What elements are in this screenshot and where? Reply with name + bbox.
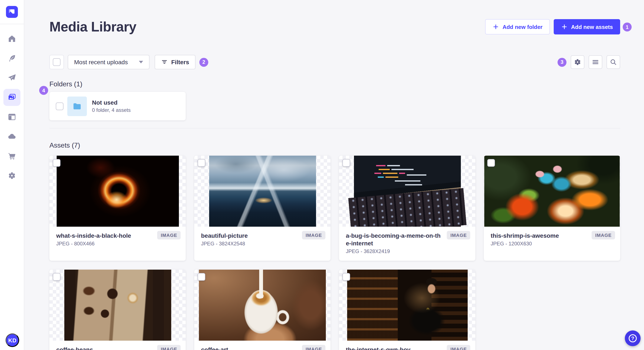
sidebar-item-marketplace[interactable] [4, 148, 20, 165]
page-header: Media Library Add new folder Add new ass… [50, 19, 620, 35]
cloud-icon [8, 132, 16, 141]
assets-section: Assets (7) what-s-inside-a-black-hole JP… [50, 141, 620, 350]
main-content: Media Library Add new folder Add new ass… [24, 0, 644, 350]
asset-image-laptop-code [354, 156, 461, 227]
section-divider [50, 128, 620, 128]
sort-select-value: Most recent uploads [74, 59, 128, 65]
view-settings-button[interactable] [571, 55, 584, 69]
asset-image-coffee-beans [64, 270, 171, 341]
page-title: Media Library [50, 19, 136, 35]
sidebar-item-content-type-builder[interactable] [4, 108, 20, 126]
toolbar: Most recent uploads Filters 2 3 [50, 55, 620, 69]
asset-card-coffee-art[interactable]: coffee-art JPEG - 5824X3259 IMAGE [194, 270, 330, 350]
add-new-folder-button[interactable]: Add new folder [485, 19, 550, 34]
asset-meta: JPEG - 800X466 [56, 240, 180, 247]
asset-title: coffee-art [201, 346, 297, 350]
settings-icon [574, 58, 582, 66]
toolbar-right: 3 [558, 55, 620, 69]
asset-type-badge: IMAGE [592, 231, 615, 239]
folder-card[interactable]: Not used 0 folder, 4 assets [50, 92, 186, 120]
asset-type-badge: IMAGE [158, 345, 180, 350]
select-all-box[interactable] [50, 55, 64, 69]
folder-icon-box [67, 96, 87, 116]
tour-step-badge-2: 2 [199, 58, 208, 67]
home-icon [8, 34, 16, 43]
asset-title: what-s-inside-a-black-hole [56, 232, 152, 239]
asset-title: coffee-beans [56, 346, 152, 350]
asset-card-internet-own-boy[interactable]: the-internet-s-own-boy JPEG - 1200X707 I… [339, 270, 475, 350]
asset-card-footer: this-shrimp-is-awesome JPEG - 1200X630 I… [484, 227, 620, 261]
asset-checkbox[interactable] [342, 273, 350, 281]
asset-thumbnail [339, 270, 475, 341]
asset-checkbox[interactable] [198, 159, 205, 167]
sidebar-item-home[interactable] [4, 30, 20, 47]
media-library-icon [8, 93, 16, 102]
asset-card-black-hole[interactable]: what-s-inside-a-black-hole JPEG - 800X46… [50, 156, 186, 261]
media-library-screen: KD Media Library Add new folder Add new … [0, 0, 644, 350]
asset-type-badge: IMAGE [447, 345, 470, 350]
asset-title: this-shrimp-is-awesome [491, 232, 587, 239]
asset-title: beautiful-picture [201, 232, 297, 239]
cart-icon [8, 152, 16, 160]
plus-icon [561, 23, 568, 30]
asset-meta: JPEG - 3628X2419 [346, 248, 470, 255]
tour-step-badge-1: 1 [623, 22, 632, 31]
asset-card-coffee-beans[interactable]: coffee-beans JPEG - 5021X3347 IMAGE [50, 270, 186, 350]
sidebar-item-content[interactable] [4, 50, 20, 67]
folder-texts: Not used 0 folder, 4 assets [92, 99, 130, 114]
asset-meta: JPEG - 1200X630 [491, 240, 615, 247]
select-all-checkbox[interactable] [53, 58, 60, 66]
asset-thumbnail [484, 156, 620, 227]
folder-subtitle: 0 folder, 4 assets [92, 107, 130, 114]
tour-step-badge-4: 4 [39, 86, 48, 95]
filter-icon [161, 59, 168, 65]
asset-type-badge: IMAGE [302, 345, 326, 350]
sidebar-item-media-library[interactable] [4, 89, 20, 106]
search-button[interactable] [606, 55, 620, 69]
asset-image-coffee-art [199, 270, 326, 341]
asset-checkbox[interactable] [53, 273, 60, 281]
list-view-button[interactable] [589, 55, 602, 69]
asset-type-badge: IMAGE [447, 231, 470, 239]
sidebar-item-settings[interactable] [4, 167, 20, 184]
asset-thumbnail [339, 156, 475, 227]
asset-card-footer: coffee-art JPEG - 5824X3259 IMAGE [194, 341, 330, 350]
question-mark-icon: ? [629, 334, 637, 342]
sort-select[interactable]: Most recent uploads [68, 55, 150, 69]
strapi-logo-icon[interactable] [6, 6, 18, 18]
sidebar-item-releases[interactable] [4, 69, 20, 86]
asset-card-bug-meme[interactable]: a-bug-is-becoming-a-meme-on-the-internet… [339, 156, 475, 261]
asset-meta: JPEG - 3824X2548 [201, 240, 326, 247]
logo-wrap [0, 0, 24, 24]
search-icon [610, 58, 617, 66]
asset-card-beautiful-picture[interactable]: beautiful-picture JPEG - 3824X2548 IMAGE [194, 156, 330, 261]
asset-thumbnail [194, 270, 330, 341]
filters-button[interactable]: Filters [154, 55, 196, 69]
layout-icon [8, 113, 16, 121]
asset-checkbox[interactable] [53, 159, 60, 167]
asset-thumbnail [194, 156, 330, 227]
asset-image-black-hole [56, 156, 179, 227]
asset-checkbox[interactable] [487, 159, 495, 167]
add-new-assets-button[interactable]: Add new assets 1 [554, 19, 620, 34]
add-new-assets-label: Add new assets [571, 24, 613, 30]
plus-icon [492, 23, 499, 30]
asset-title: a-bug-is-becoming-a-meme-on-the-internet [346, 232, 442, 247]
sidebar: KD [0, 0, 24, 350]
asset-image-mountains [209, 156, 316, 227]
asset-type-badge: IMAGE [158, 231, 180, 239]
sidebar-item-deploy[interactable] [4, 128, 20, 145]
folder-checkbox[interactable] [56, 102, 64, 110]
asset-card-footer: beautiful-picture JPEG - 3824X2548 IMAGE [194, 227, 330, 261]
asset-checkbox[interactable] [342, 159, 350, 167]
asset-card-footer: coffee-beans JPEG - 5021X3347 IMAGE [50, 341, 186, 350]
asset-card-shrimp[interactable]: this-shrimp-is-awesome JPEG - 1200X630 I… [484, 156, 620, 261]
avatar[interactable]: KD [6, 334, 19, 347]
list-icon [592, 58, 599, 66]
chevron-down-icon [139, 61, 143, 63]
folders-section: 4 Folders (1) Not used 0 folder, 4 asset… [50, 80, 620, 120]
tour-step-badge-3: 3 [558, 58, 566, 67]
asset-checkbox[interactable] [198, 273, 205, 281]
help-button[interactable]: ? [625, 331, 640, 346]
filters-label: Filters [171, 59, 189, 65]
